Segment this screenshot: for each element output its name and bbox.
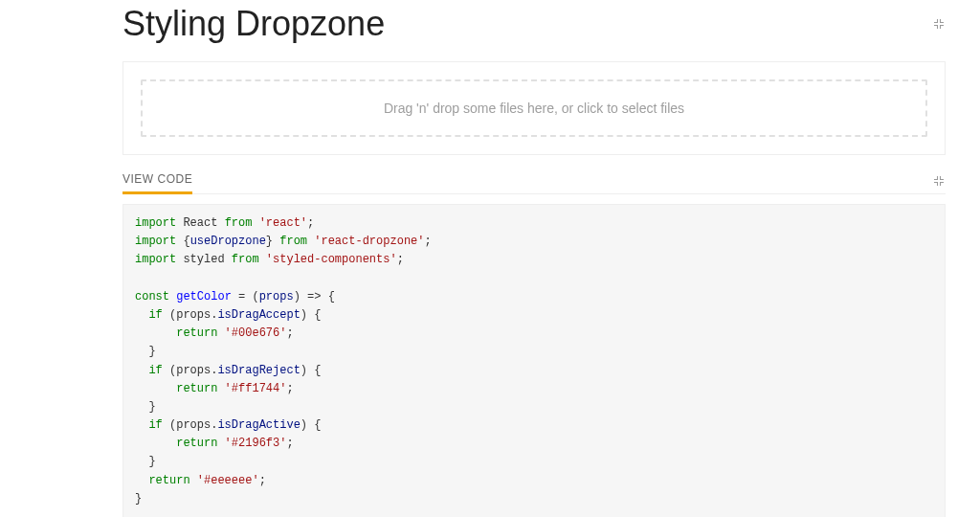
dropzone-text: Drag 'n' drop some files here, or click … — [384, 101, 684, 116]
collapse-icon[interactable] — [932, 17, 946, 31]
code-block: import React from 'react'; import {useDr… — [122, 204, 946, 517]
collapse-code-icon[interactable] — [932, 174, 946, 188]
dropzone[interactable]: Drag 'n' drop some files here, or click … — [141, 79, 927, 137]
page-title: Styling Dropzone — [122, 4, 385, 44]
demo-panel: Drag 'n' drop some files here, or click … — [122, 61, 946, 155]
tabs-bar: VIEW CODE — [122, 169, 946, 194]
tab-view-code[interactable]: VIEW CODE — [122, 169, 192, 194]
